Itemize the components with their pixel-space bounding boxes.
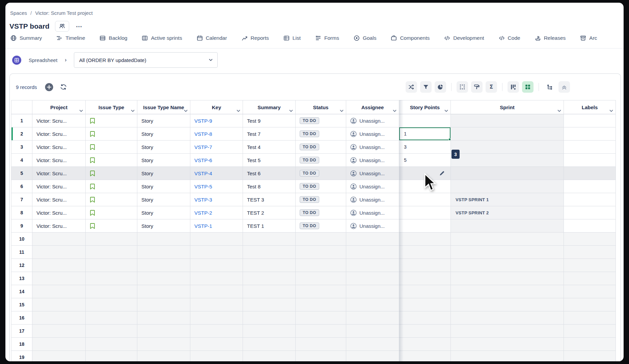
column-header-project[interactable]: Project — [32, 100, 86, 114]
issue-key-link[interactable]: VSTP-6 — [194, 157, 212, 163]
column-header-assignee[interactable]: Assignee — [346, 100, 399, 114]
issue-type-cell[interactable] — [86, 206, 137, 219]
key-empty-cell[interactable] — [190, 325, 243, 338]
story-points-cell[interactable] — [399, 206, 451, 219]
issue-type-name-cell[interactable]: Story — [137, 127, 190, 141]
issue_type_name-empty-cell[interactable] — [137, 298, 190, 311]
project-empty-cell[interactable] — [32, 338, 86, 351]
project-cell[interactable]: Victor: Scru... — [32, 154, 86, 167]
summary-empty-cell[interactable] — [243, 259, 296, 272]
issue_type_name-empty-cell[interactable] — [137, 285, 190, 298]
issue-type-cell[interactable] — [86, 127, 137, 141]
assignee-empty-cell[interactable] — [346, 259, 399, 272]
project-cell[interactable]: Victor: Scru... — [32, 193, 86, 206]
status-empty-cell[interactable] — [296, 338, 346, 351]
status-cell[interactable]: TO DO — [296, 193, 346, 206]
row-number-cell[interactable]: 15 — [11, 298, 32, 311]
status-empty-cell[interactable] — [296, 272, 346, 285]
story_points-empty-cell[interactable] — [399, 325, 451, 338]
labels-cell[interactable] — [564, 127, 616, 141]
issue-key-cell[interactable]: VSTP-7 — [190, 141, 243, 154]
row-number-cell[interactable]: 12 — [11, 259, 32, 272]
row-number-cell[interactable]: 13 — [11, 272, 32, 285]
issue_type-empty-cell[interactable] — [86, 233, 137, 246]
key-empty-cell[interactable] — [190, 338, 243, 351]
paint-toolbar-button[interactable] — [471, 81, 483, 93]
summary-empty-cell[interactable] — [243, 325, 296, 338]
sprint-cell[interactable]: VSTP SPRINT 1 — [451, 193, 564, 206]
project-empty-cell[interactable] — [32, 325, 86, 338]
issue-key-cell[interactable]: VSTP-2 — [190, 206, 243, 219]
sprint-empty-cell[interactable] — [451, 246, 564, 259]
issue_type-empty-cell[interactable] — [86, 325, 137, 338]
refresh-button[interactable] — [60, 83, 67, 91]
project-empty-cell[interactable] — [32, 272, 86, 285]
issue_type_name-empty-cell[interactable] — [137, 338, 190, 351]
key-empty-cell[interactable] — [190, 298, 243, 311]
summary-cell[interactable]: Test 6 — [243, 167, 296, 180]
sprint-empty-cell[interactable] — [451, 272, 564, 285]
sprint-cell[interactable]: VSTP SPRINT 2 — [451, 206, 564, 219]
edit-pencil-icon[interactable] — [439, 170, 445, 176]
issue_type_name-empty-cell[interactable] — [137, 259, 190, 272]
issue-type-name-cell[interactable]: Story — [137, 206, 190, 219]
assignee-cell[interactable]: Unassign... — [346, 154, 399, 167]
story-points-cell[interactable] — [399, 219, 451, 233]
issue-key-cell[interactable]: VSTP-3 — [190, 193, 243, 206]
issue-type-name-cell[interactable]: Story — [137, 180, 190, 193]
labels-cell[interactable] — [564, 154, 616, 167]
nav-tab-goals[interactable]: Goals — [353, 35, 377, 41]
status-empty-cell[interactable] — [296, 246, 346, 259]
issue-type-name-cell[interactable]: Story — [137, 114, 190, 127]
nav-tab-summary[interactable]: Summary — [10, 35, 42, 41]
story-points-cell[interactable]: 5 — [399, 154, 451, 167]
key-empty-cell[interactable] — [190, 246, 243, 259]
issue-type-name-cell[interactable]: Story — [137, 219, 190, 233]
collapse-toolbar-button[interactable] — [558, 81, 570, 93]
story_points-empty-cell[interactable] — [399, 259, 451, 272]
labels-cell[interactable] — [564, 114, 616, 127]
row-number-cell[interactable]: 10 — [11, 233, 32, 246]
issue_type-empty-cell[interactable] — [86, 285, 137, 298]
status-cell[interactable]: TO DO — [296, 114, 346, 127]
chevron-down-icon[interactable] — [289, 110, 293, 112]
sprint-empty-cell[interactable] — [451, 285, 564, 298]
issue-type-cell[interactable] — [86, 219, 137, 233]
issue_type-empty-cell[interactable] — [86, 272, 137, 285]
summary-cell[interactable]: TEST 2 — [243, 206, 296, 219]
issue-type-cell[interactable] — [86, 180, 137, 193]
project-cell[interactable]: Victor: Scru... — [32, 206, 86, 219]
column-header-issue_type[interactable]: Issue Type — [86, 100, 137, 114]
issue_type-empty-cell[interactable] — [86, 311, 137, 325]
status-cell[interactable]: TO DO — [296, 127, 346, 141]
spreadsheet-label[interactable]: Spreadsheet — [29, 57, 57, 63]
labels-empty-cell[interactable] — [564, 311, 616, 325]
row-number-cell[interactable]: 14 — [11, 285, 32, 298]
row-number-cell[interactable]: 2 — [11, 127, 32, 141]
assignee-cell[interactable]: Unassign... — [346, 141, 399, 154]
nav-tab-reports[interactable]: Reports — [241, 35, 269, 41]
summary-cell[interactable]: Test 5 — [243, 154, 296, 167]
issue-key-cell[interactable]: VSTP-8 — [190, 127, 243, 141]
status-empty-cell[interactable] — [296, 351, 346, 361]
fill-handle[interactable] — [448, 138, 451, 141]
row-number-cell[interactable]: 16 — [11, 311, 32, 325]
nav-tab-arc[interactable]: Arc — [580, 35, 597, 41]
summary-empty-cell[interactable] — [243, 285, 296, 298]
story_points-empty-cell[interactable] — [399, 233, 451, 246]
tree-toolbar-button[interactable] — [544, 81, 555, 93]
labels-cell[interactable] — [564, 141, 616, 154]
sprint-empty-cell[interactable] — [451, 233, 564, 246]
row-number-cell[interactable]: 5 — [11, 167, 32, 180]
status-cell[interactable]: TO DO — [296, 206, 346, 219]
chevron-down-icon[interactable] — [184, 110, 188, 112]
row-number-cell[interactable]: 6 — [11, 180, 32, 193]
story-points-cell[interactable]: 3 — [399, 141, 451, 154]
breadcrumb-project[interactable]: Victor: Scrum Test project — [35, 10, 92, 16]
columns-toolbar-button[interactable] — [508, 81, 519, 93]
summary-cell[interactable]: TEST 3 — [243, 193, 296, 206]
labels-cell[interactable] — [564, 180, 616, 193]
labels-empty-cell[interactable] — [564, 338, 616, 351]
status-cell[interactable]: TO DO — [296, 219, 346, 233]
column-header-status[interactable]: Status — [296, 100, 346, 114]
